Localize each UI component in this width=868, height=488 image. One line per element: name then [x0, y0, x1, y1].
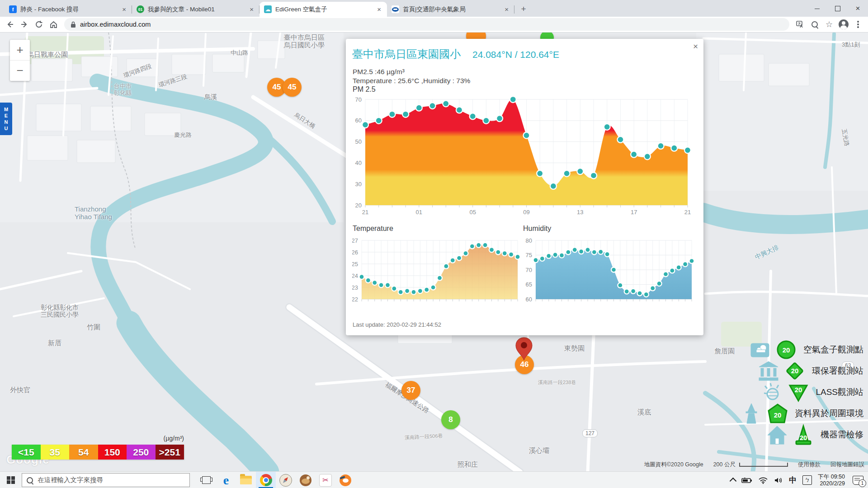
home-icon[interactable] [46, 17, 61, 32]
time-text: 下午 09:50 [818, 474, 845, 480]
bookmark-star-icon[interactable]: ☆ [822, 17, 836, 32]
svg-text:22: 22 [352, 296, 358, 303]
map-label: 竹圍 [87, 323, 100, 331]
date-text: 2020/2/29 [820, 480, 845, 487]
battery-icon[interactable] [741, 477, 752, 483]
map-attribution: 地圖資料©2020 Google 200 公尺 使用條款 回報地圖錯誤 [644, 461, 864, 469]
svg-text:17: 17 [631, 209, 637, 216]
map-canvas[interactable]: + − MENU 烏日戰車公園臺中市烏日區烏日國民小學台中市彰化縣環河路三段烏溪… [0, 33, 868, 471]
station-coordinates: 24.084°N / 120.64°E [472, 49, 559, 60]
edge-icon[interactable]: e [216, 472, 236, 488]
scale-distance-label: 200 公尺 [713, 461, 736, 469]
station-popup: × 臺中市烏日區東園國小24.084°N / 120.64°E PM2.5 :4… [346, 39, 703, 335]
svg-text:70: 70 [355, 96, 362, 103]
svg-text:50: 50 [355, 138, 362, 145]
svg-text:70: 70 [526, 267, 532, 273]
station-marker-37[interactable]: 37 [401, 381, 420, 400]
tab-close-icon[interactable]: × [503, 5, 510, 13]
tab-edigreen-active[interactable]: ☁ EdiGreen 空氣盒子 × [259, 2, 387, 17]
temperature-chart: 272625242322 [352, 236, 520, 308]
forward-icon[interactable] [17, 17, 32, 32]
svg-text:20: 20 [795, 386, 802, 394]
windows-taskbar: 在這裡輸入文字來搜尋 e ✂ 中 ㄅ 下午 09:50 2020/2/29 [0, 471, 868, 488]
scale-segment: 54 [69, 445, 98, 460]
svg-text:40: 40 [355, 160, 362, 166]
map-label: TianzhongYihao Tifang [75, 205, 112, 221]
popup-close-icon[interactable]: × [693, 42, 698, 52]
address-bar[interactable]: airbox.edimaxcloud.com [64, 18, 789, 31]
search-icon [27, 477, 33, 483]
volume-icon[interactable] [774, 477, 783, 484]
tab-close-icon[interactable]: × [248, 5, 255, 13]
minimize-button[interactable] [807, 0, 827, 17]
svg-text:01: 01 [416, 209, 422, 216]
map-label: 臺中市烏日區烏日國民小學 [284, 33, 325, 49]
svg-text:20: 20 [355, 202, 362, 209]
mobile01-favicon: 01 [137, 5, 144, 13]
map-label: 東勢園 [564, 344, 585, 352]
taskbar-clock[interactable]: 下午 09:50 2020/2/29 [818, 474, 845, 487]
pm25-current-value: PM2.5 :46 µg/m³ [353, 68, 405, 76]
file-explorer-icon[interactable] [236, 472, 256, 488]
blender-icon[interactable] [335, 472, 355, 488]
bopomofo-indicator[interactable]: ㄅ [802, 475, 812, 485]
camera-icon [748, 338, 772, 361]
map-label: 溪南路一段238巷 [538, 380, 576, 385]
translate-icon[interactable] [793, 17, 807, 32]
station-marker-45[interactable]: 45 [283, 78, 302, 97]
tab-cwb[interactable]: 首頁|交通部中央氣象局 × [387, 2, 514, 17]
browser-menu-icon[interactable] [851, 17, 865, 32]
chrome-icon[interactable] [256, 472, 276, 488]
menu-button[interactable]: MENU [0, 103, 12, 135]
legend-row: 20環保署觀測站 [757, 359, 863, 383]
tab-mobile01[interactable]: 01 我參與的文章 - Mobile01 × [132, 2, 259, 17]
tray-expand-icon[interactable] [731, 477, 736, 483]
map-label: 中山路 [231, 50, 248, 56]
notification-icon[interactable]: 1 [853, 476, 863, 485]
house-icon [765, 423, 789, 446]
map-label: 溪心壩 [529, 446, 549, 454]
maximize-button[interactable] [827, 0, 848, 17]
svg-text:20: 20 [800, 434, 807, 441]
zoom-icon[interactable] [807, 17, 822, 32]
humidity-chart: 8075706560 [523, 236, 697, 308]
map-pin-icon[interactable] [514, 337, 534, 364]
legend-marker-pentagon: 20 [767, 403, 788, 424]
profile-avatar[interactable] [836, 17, 851, 32]
scale-segment: 150 [98, 445, 127, 460]
legend-label: LASS觀測站 [816, 386, 863, 398]
back-icon[interactable] [3, 17, 17, 32]
legend-label: 機器需檢修 [821, 429, 863, 441]
tab-facebook[interactable]: f 肺炎 - Facebook 搜尋 × [5, 2, 132, 17]
terms-link[interactable]: 使用條款 [798, 461, 821, 469]
legend-row: 20LASS觀測站 [760, 380, 863, 404]
edigreen-favicon: ☁ [264, 5, 272, 13]
station-title: 臺中市烏日區東園國小24.084°N / 120.64°E [352, 47, 559, 61]
museum-icon [757, 359, 780, 383]
taskbar-search-input[interactable]: 在這裡輸入文字來搜尋 [22, 473, 190, 487]
map-label: 烏溪 [204, 93, 217, 100]
tab-close-icon[interactable]: × [376, 5, 382, 13]
bird-app-icon[interactable] [296, 472, 316, 488]
reload-icon[interactable] [32, 17, 46, 32]
legend-label: 環保署觀測站 [812, 365, 863, 377]
compass-browser-icon[interactable] [276, 472, 296, 488]
zoom-out-button[interactable]: − [10, 60, 30, 81]
task-view-button[interactable] [196, 472, 216, 488]
system-tray: 中 ㄅ 下午 09:50 2020/2/29 1 [731, 474, 868, 487]
zoom-in-button[interactable]: + [10, 40, 30, 60]
url-text: airbox.edimaxcloud.com [80, 21, 151, 28]
legend-marker-triangle: 20 [788, 381, 809, 403]
new-tab-button[interactable]: + [517, 3, 530, 15]
report-error-link[interactable]: 回報地圖錯誤 [830, 461, 864, 469]
station-marker-8[interactable]: 8 [441, 410, 460, 429]
scale-segment: >251 [156, 445, 184, 460]
snipping-tool-icon[interactable]: ✂ [316, 472, 335, 488]
notification-badge: 1 [859, 479, 866, 487]
ime-indicator[interactable]: 中 [789, 475, 797, 485]
start-button[interactable] [0, 472, 22, 488]
tab-close-icon[interactable]: × [121, 5, 127, 13]
legend-label: 資料異於周圍環境 [795, 408, 863, 419]
wifi-icon[interactable] [758, 477, 768, 484]
close-window-button[interactable]: × [848, 0, 868, 17]
